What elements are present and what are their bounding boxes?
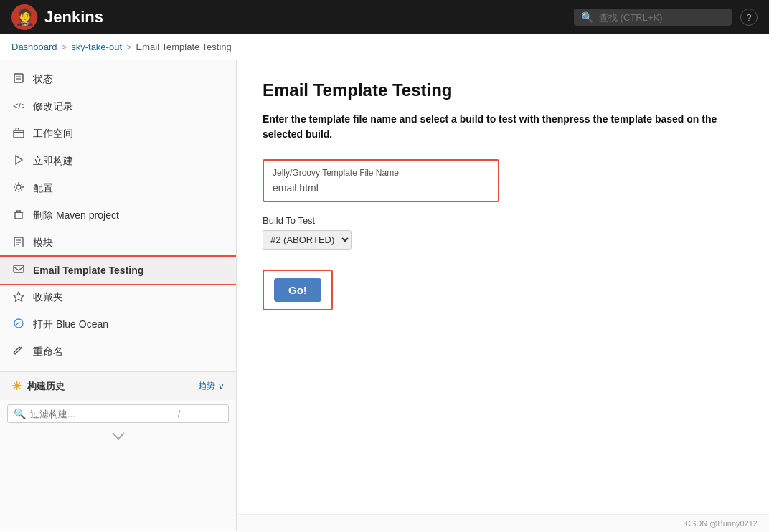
main-content: Email Template Testing Enter the templat… bbox=[237, 60, 769, 531]
modules-icon bbox=[11, 236, 26, 250]
filter-build-container: 🔍 / bbox=[7, 404, 229, 423]
template-file-group: Jelly/Groovy Template File Name bbox=[263, 159, 743, 202]
app-title: Jenkins bbox=[44, 8, 103, 27]
trend-link[interactable]: 趋势 ∨ bbox=[198, 380, 225, 392]
sidebar-build-history: ☀ 构建历史 趋势 ∨ 🔍 / bbox=[0, 371, 236, 446]
sidebar-item-email-template-testing-label: Email Template Testing bbox=[33, 265, 143, 276]
sidebar: 状态 </> 修改记录 工作空间 立即构建 配置 bbox=[0, 60, 237, 531]
svg-marker-5 bbox=[16, 156, 22, 164]
breadcrumb-project[interactable]: sky-take-out bbox=[71, 42, 122, 52]
sidebar-item-email-template-testing[interactable]: Email Template Testing bbox=[0, 257, 236, 284]
template-input-wrapper: Jelly/Groovy Template File Name bbox=[263, 159, 499, 202]
filter-search-icon: 🔍 bbox=[14, 408, 26, 419]
sidebar-item-favorites-label: 收藏夹 bbox=[33, 291, 63, 304]
breadcrumb-sep-1: > bbox=[62, 42, 67, 52]
build-history-title: ☀ 构建历史 bbox=[11, 379, 65, 393]
svg-marker-17 bbox=[14, 292, 24, 301]
changelog-icon: </> bbox=[11, 100, 26, 114]
svg-text:</>: </> bbox=[13, 100, 24, 111]
app-header: 🤵 Jenkins 🔍 ? bbox=[0, 0, 769, 34]
build-history-sun-icon: ☀ bbox=[11, 379, 22, 393]
header-left: 🤵 Jenkins bbox=[11, 4, 103, 30]
sidebar-item-changelog[interactable]: </> 修改记录 bbox=[0, 93, 236, 120]
go-button-wrapper: Go! bbox=[263, 270, 333, 310]
email-template-icon bbox=[11, 263, 26, 277]
sidebar-item-modules-label: 模块 bbox=[33, 237, 53, 250]
sidebar-item-workspace[interactable]: 工作空间 bbox=[0, 120, 236, 148]
sidebar-item-workspace-label: 工作空间 bbox=[33, 128, 73, 141]
footer: CSDN @Bunny0212 bbox=[237, 514, 769, 531]
breadcrumb-current: Email Template Testing bbox=[136, 42, 232, 52]
search-box[interactable]: 🔍 bbox=[574, 9, 732, 26]
sidebar-item-delete-maven-label: 删除 Maven project bbox=[33, 209, 119, 222]
build-history-header: ☀ 构建历史 趋势 ∨ bbox=[0, 372, 236, 400]
sidebar-item-build-now[interactable]: 立即构建 bbox=[0, 148, 236, 175]
main-layout: 状态 </> 修改记录 工作空间 立即构建 配置 bbox=[0, 60, 769, 531]
sidebar-item-configure[interactable]: 配置 bbox=[0, 175, 236, 202]
favorites-icon bbox=[11, 290, 26, 305]
breadcrumb-dashboard[interactable]: Dashboard bbox=[11, 42, 57, 52]
sidebar-item-delete-maven[interactable]: 删除 Maven project bbox=[0, 202, 236, 229]
sidebar-item-rename-label: 重命名 bbox=[33, 346, 63, 358]
svg-point-6 bbox=[16, 185, 21, 189]
sidebar-item-rename[interactable]: 重命名 bbox=[0, 338, 236, 366]
help-button[interactable]: ? bbox=[740, 9, 758, 26]
trend-label: 趋势 bbox=[198, 380, 215, 392]
build-to-test-select[interactable]: #2 (ABORTED) #1 (SUCCESS) bbox=[263, 230, 352, 250]
svg-rect-16 bbox=[14, 265, 24, 272]
build-to-test-group: Build To Test #2 (ABORTED) #1 (SUCCESS) bbox=[263, 215, 743, 250]
breadcrumb-sep-2: > bbox=[126, 42, 132, 52]
sidebar-item-status-label: 状态 bbox=[33, 73, 53, 86]
jenkins-logo: 🤵 bbox=[11, 4, 37, 30]
rename-icon bbox=[11, 345, 26, 359]
filter-build-input[interactable] bbox=[30, 409, 174, 419]
workspace-icon bbox=[11, 127, 26, 141]
sidebar-item-favorites[interactable]: 收藏夹 bbox=[0, 284, 236, 311]
sidebar-item-open-blue-ocean[interactable]: 打开 Blue Ocean bbox=[0, 311, 236, 338]
template-file-input[interactable] bbox=[273, 182, 489, 194]
build-now-icon bbox=[11, 154, 26, 168]
sidebar-item-status[interactable]: 状态 bbox=[0, 66, 236, 93]
trend-chevron: ∨ bbox=[218, 381, 225, 391]
footer-credit: CSDN @Bunny0212 bbox=[685, 519, 758, 528]
svg-rect-0 bbox=[14, 74, 23, 82]
sidebar-item-modules[interactable]: 模块 bbox=[0, 229, 236, 257]
sidebar-item-changelog-label: 修改记录 bbox=[33, 100, 73, 113]
page-description: Enter the template file name and select … bbox=[263, 112, 743, 142]
build-to-test-label: Build To Test bbox=[263, 215, 743, 226]
open-blue-ocean-icon bbox=[11, 318, 26, 332]
svg-rect-7 bbox=[15, 212, 22, 219]
search-input[interactable] bbox=[599, 12, 714, 23]
configure-icon bbox=[11, 181, 26, 196]
template-field-label: Jelly/Groovy Template File Name bbox=[273, 168, 489, 178]
sidebar-item-configure-label: 配置 bbox=[33, 182, 53, 195]
breadcrumb: Dashboard > sky-take-out > Email Templat… bbox=[0, 34, 769, 60]
status-icon bbox=[11, 72, 26, 87]
build-history-label: 构建历史 bbox=[27, 380, 65, 393]
delete-icon bbox=[11, 209, 26, 223]
search-icon: 🔍 bbox=[581, 11, 593, 23]
header-right: 🔍 ? bbox=[574, 9, 758, 26]
page-title: Email Template Testing bbox=[263, 80, 743, 100]
go-button[interactable]: Go! bbox=[274, 278, 321, 302]
sidebar-scroll-down bbox=[0, 427, 236, 446]
filter-shortcut: / bbox=[178, 409, 180, 419]
svg-rect-4 bbox=[14, 130, 24, 138]
sidebar-item-build-now-label: 立即构建 bbox=[33, 155, 73, 168]
sidebar-item-open-blue-ocean-label: 打开 Blue Ocean bbox=[33, 318, 108, 331]
